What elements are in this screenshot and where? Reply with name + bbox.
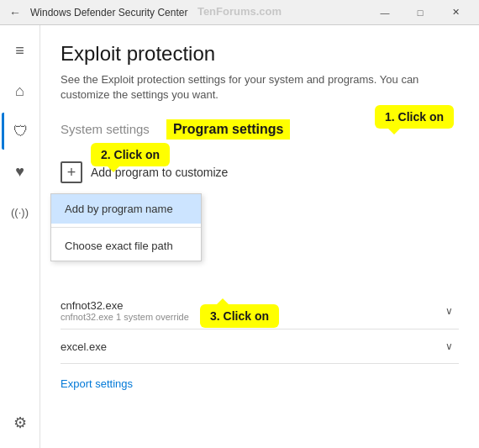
callout-2: 2. Click on (91, 143, 170, 166)
program-item-excel[interactable]: excel.exe ∨ (61, 329, 459, 364)
page-title: Exploit protection (61, 42, 459, 66)
chevron-button-excel[interactable]: ∨ (439, 336, 459, 356)
network-icon: ((·)) (11, 206, 29, 219)
dropdown-divider (51, 227, 201, 228)
close-button[interactable]: ✕ (439, 0, 472, 25)
tab-program[interactable]: Program settings (166, 119, 291, 140)
back-button[interactable]: ← (7, 4, 24, 21)
dropdown-item-by-name[interactable]: Add by program name (51, 194, 201, 224)
callout-1: 1. Click on (375, 105, 454, 129)
minimize-button[interactable]: — (368, 0, 402, 25)
program-sub: cnfnot32.exe 1 system override (61, 312, 189, 322)
home-icon: ⌂ (15, 82, 24, 100)
page-description: See the Exploit protection settings for … (61, 72, 459, 103)
title-bar: ← Windows Defender Security Center TenFo… (0, 0, 479, 25)
sidebar-item-health[interactable]: ♥ (2, 153, 39, 190)
shield-icon: 🛡 (13, 123, 29, 140)
sidebar-item-home[interactable]: ⌂ (2, 72, 39, 109)
menu-icon: ≡ (15, 42, 24, 60)
program-info: cnfnot32.exe cnfnot32.exe 1 system overr… (61, 299, 189, 322)
main-content: Exploit protection See the Exploit prote… (40, 25, 479, 448)
settings-icon: ⚙ (13, 414, 27, 432)
program-name-excel: excel.exe (61, 340, 107, 353)
dropdown-item-by-path[interactable]: Choose exact file path (51, 231, 201, 261)
health-icon: ♥ (15, 163, 24, 181)
chevron-button-cnfnot32[interactable]: ∨ (439, 301, 459, 321)
sidebar: ≡ ⌂ 🛡 ♥ ((·)) ⚙ (0, 25, 40, 448)
tab-system[interactable]: System settings (61, 122, 150, 138)
window-controls: — □ ✕ (368, 0, 472, 25)
sidebar-item-shield[interactable]: 🛡 (2, 113, 39, 150)
plus-icon: + (67, 164, 76, 182)
sidebar-item-network[interactable]: ((·)) (2, 193, 39, 230)
chevron-down-icon-excel: ∨ (445, 340, 453, 352)
program-name: cnfnot32.exe (61, 299, 189, 312)
sidebar-item-menu[interactable]: ≡ (2, 32, 39, 69)
dropdown-menu: Add by program name Choose exact file pa… (50, 193, 202, 261)
maximize-button[interactable]: □ (403, 0, 437, 25)
sidebar-item-settings[interactable]: ⚙ (2, 404, 39, 441)
export-settings-link[interactable]: Export settings (61, 377, 133, 390)
add-program-button[interactable]: + (61, 161, 82, 183)
callout-3: 3. Click on (200, 304, 279, 328)
program-info-excel: excel.exe (61, 340, 107, 353)
chevron-down-icon: ∨ (445, 305, 453, 317)
app-container: ≡ ⌂ 🛡 ♥ ((·)) ⚙ Exploit protection See t… (0, 25, 479, 448)
window-title: Windows Defender Security Center (30, 7, 368, 18)
